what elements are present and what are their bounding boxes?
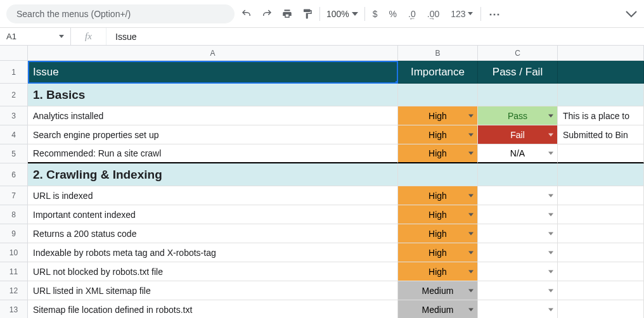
- cell-dropdown[interactable]: [478, 224, 558, 243]
- cell[interactable]: This is a place to: [558, 106, 644, 125]
- cell[interactable]: Returns a 200 status code: [28, 224, 398, 243]
- row-header[interactable]: 10: [0, 243, 28, 262]
- chevron-down-icon: [548, 194, 553, 197]
- cell[interactable]: [398, 84, 478, 106]
- chevron-down-icon: [468, 114, 473, 117]
- more-toolbar-button[interactable]: ⋯: [487, 7, 502, 21]
- increase-decimal-button[interactable]: .00 →: [426, 9, 441, 19]
- table-row: Search engine properties set up High Fai…: [28, 125, 644, 144]
- cell-dropdown[interactable]: Medium: [398, 300, 478, 318]
- cell[interactable]: [558, 205, 644, 224]
- select-all-corner[interactable]: [0, 46, 28, 61]
- formula-input[interactable]: Issue: [106, 28, 644, 45]
- cell-dropdown[interactable]: High: [398, 106, 478, 125]
- cell[interactable]: Submitted to Bin: [558, 125, 644, 144]
- cell[interactable]: Recommended: Run a site crawl: [28, 144, 398, 163]
- more-formats-dropdown[interactable]: 123: [449, 9, 473, 19]
- search-placeholder-text: Search the menus (Option+/): [16, 9, 131, 19]
- decrease-decimal-button[interactable]: .0 ←: [407, 9, 417, 19]
- column-headers: A B C: [28, 46, 644, 61]
- cell-dropdown[interactable]: High: [398, 243, 478, 262]
- cell[interactable]: Importance: [398, 61, 478, 84]
- column-header-blank[interactable]: [558, 46, 644, 61]
- menu-search-input[interactable]: Search the menus (Option+/): [6, 4, 235, 23]
- cell[interactable]: [558, 186, 644, 205]
- cell-dropdown[interactable]: [478, 300, 558, 318]
- table-row: Issue Importance Pass / Fail: [28, 61, 644, 84]
- cell[interactable]: 2. Crawling & Indexing: [28, 163, 398, 186]
- chevron-down-icon: [59, 35, 64, 38]
- format-currency-button[interactable]: $: [371, 9, 379, 19]
- cell[interactable]: [478, 163, 558, 186]
- row-header[interactable]: 8: [0, 205, 28, 224]
- cell-dropdown[interactable]: [478, 205, 558, 224]
- undo-icon[interactable]: [241, 8, 252, 20]
- cell-dropdown[interactable]: Medium: [398, 281, 478, 300]
- table-row: URL listed in XML sitemap file Medium: [28, 281, 644, 300]
- cell[interactable]: [558, 84, 644, 106]
- row-header[interactable]: 11: [0, 262, 28, 281]
- cell-dropdown[interactable]: [478, 186, 558, 205]
- column-header-b[interactable]: B: [398, 46, 478, 61]
- collapse-toolbar-icon[interactable]: [625, 10, 638, 18]
- cell[interactable]: URL is indexed: [28, 186, 398, 205]
- cell[interactable]: [558, 61, 644, 84]
- cell[interactable]: Issue: [28, 61, 398, 84]
- cell[interactable]: [558, 300, 644, 318]
- row-header[interactable]: 2: [0, 84, 28, 106]
- format-percent-button[interactable]: %: [388, 9, 398, 19]
- chevron-down-icon: [548, 308, 553, 311]
- cell-dropdown[interactable]: High: [398, 262, 478, 281]
- cell-dropdown[interactable]: High: [398, 144, 478, 163]
- cell[interactable]: [478, 84, 558, 106]
- cell[interactable]: [558, 243, 644, 262]
- table-row: Sitemap file location defined in robots.…: [28, 300, 644, 318]
- name-box[interactable]: A1: [0, 28, 71, 45]
- table-row: Indexable by robots meta tag and X-robot…: [28, 243, 644, 262]
- cell-dropdown[interactable]: High: [398, 205, 478, 224]
- cell[interactable]: Important content indexed: [28, 205, 398, 224]
- cell[interactable]: Indexable by robots meta tag and X-robot…: [28, 243, 398, 262]
- cell[interactable]: [558, 144, 644, 163]
- cell[interactable]: Analytics installed: [28, 106, 398, 125]
- chevron-down-icon: [352, 12, 358, 16]
- row-header[interactable]: 7: [0, 186, 28, 205]
- cell[interactable]: Sitemap file location defined in robots.…: [28, 300, 398, 318]
- toolbar-group-number: $ % .0 ← .00 → 123: [371, 9, 474, 19]
- cell[interactable]: Search engine properties set up: [28, 125, 398, 144]
- zoom-dropdown[interactable]: 100%: [326, 9, 358, 19]
- cell-dropdown[interactable]: High: [398, 125, 478, 144]
- cell-dropdown[interactable]: High: [398, 186, 478, 205]
- row-header[interactable]: 13: [0, 300, 28, 318]
- cell[interactable]: Pass / Fail: [478, 61, 558, 84]
- print-icon[interactable]: [281, 8, 293, 20]
- cell-dropdown[interactable]: N/A: [478, 144, 558, 163]
- cell[interactable]: 1. Basics: [28, 84, 398, 106]
- cell[interactable]: URL not blocked by robots.txt file: [28, 262, 398, 281]
- row-header[interactable]: 3: [0, 106, 28, 125]
- paint-format-icon[interactable]: [302, 8, 313, 20]
- row-header[interactable]: 5: [0, 144, 28, 163]
- row-header[interactable]: 1: [0, 61, 28, 84]
- column-header-c[interactable]: C: [478, 46, 558, 61]
- row-header[interactable]: 6: [0, 163, 28, 186]
- cell[interactable]: [558, 262, 644, 281]
- table-row: Analytics installed High Pass This is a …: [28, 106, 644, 125]
- cell[interactable]: [558, 224, 644, 243]
- cell[interactable]: [558, 281, 644, 300]
- cell-dropdown[interactable]: [478, 262, 558, 281]
- chevron-down-icon: [468, 251, 473, 254]
- cell-dropdown[interactable]: Pass: [478, 106, 558, 125]
- row-header[interactable]: 4: [0, 125, 28, 144]
- cell-dropdown[interactable]: [478, 243, 558, 262]
- cell[interactable]: [558, 163, 644, 186]
- cell-dropdown[interactable]: [478, 281, 558, 300]
- cell-dropdown[interactable]: Fail: [478, 125, 558, 144]
- row-header[interactable]: 12: [0, 281, 28, 300]
- cell[interactable]: [398, 163, 478, 186]
- cell-dropdown[interactable]: High: [398, 224, 478, 243]
- cell[interactable]: URL listed in XML sitemap file: [28, 281, 398, 300]
- column-header-a[interactable]: A: [28, 46, 398, 61]
- row-header[interactable]: 9: [0, 224, 28, 243]
- redo-icon[interactable]: [261, 8, 273, 20]
